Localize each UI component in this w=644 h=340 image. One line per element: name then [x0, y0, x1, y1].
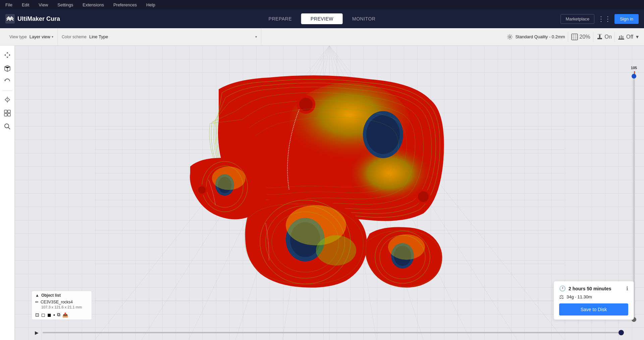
left-toolbar — [0, 46, 15, 340]
search-tool-button[interactable] — [1, 120, 13, 133]
color-scheme-value: Line Type — [89, 34, 108, 39]
view3d-tool-button[interactable] — [1, 62, 13, 75]
move-tool-button[interactable] — [1, 49, 13, 61]
save-to-disk-button[interactable]: Save to Disk — [559, 303, 628, 315]
infill-icon — [571, 33, 578, 41]
weight-icon: ⚖ — [559, 294, 564, 300]
support-value: On — [605, 34, 612, 40]
nav-preview[interactable]: PREVIEW — [301, 13, 343, 24]
color-scheme-section: Color scheme Line Type ▾ — [58, 28, 261, 45]
clock-icon: 🕐 — [559, 285, 566, 292]
timeline-track[interactable] — [43, 332, 624, 333]
main-area: 105 ▶ ▲ Object list ✏ CE3V3SE_rocks4 — [0, 46, 644, 340]
nav-prepare[interactable]: PREPARE — [259, 13, 301, 24]
adhesion-value: Off — [626, 34, 633, 40]
infill-value: 20% — [580, 34, 590, 40]
svg-rect-5 — [597, 34, 602, 35]
menu-file[interactable]: File — [3, 2, 14, 8]
menu-preferences[interactable]: Preferences — [111, 2, 139, 8]
support-button[interactable]: On — [596, 33, 612, 41]
svg-rect-9 — [4, 113, 7, 116]
color-scheme-chevron: ▾ — [255, 35, 257, 39]
toolbar-right: Standard Quality - 0.2mm 20% On — [506, 32, 639, 42]
obj-tool-5[interactable]: ⧉ — [57, 312, 60, 318]
view-type-label: View type — [9, 35, 27, 39]
move-icon — [4, 51, 11, 59]
svg-rect-2 — [572, 34, 578, 40]
object-list-header[interactable]: ▲ Object list — [35, 293, 88, 298]
svg-point-45 — [212, 166, 246, 190]
quality-label: Standard Quality - 0.2mm — [515, 34, 565, 39]
svg-point-44 — [198, 186, 206, 194]
header: UltiMaker Cura PREPARE PREVIEW MONITOR M… — [0, 9, 644, 28]
signin-button[interactable]: Sign in — [614, 14, 639, 24]
layer-slider-thumb-top[interactable] — [632, 74, 636, 79]
menu-edit[interactable]: Edit — [20, 2, 31, 8]
object-dimensions: 107.3 x 121.6 x 21.1 mm — [35, 305, 88, 309]
svg-rect-3 — [597, 38, 602, 39]
model-small-piece-br — [365, 227, 442, 287]
svg-point-1 — [509, 36, 511, 38]
menu-extensions[interactable]: Extensions — [80, 2, 106, 8]
obj-tool-6[interactable]: 📤 — [62, 312, 68, 318]
undo-tool-button[interactable] — [1, 76, 13, 88]
svg-point-33 — [366, 115, 400, 154]
color-scheme-label: Color scheme — [62, 35, 87, 39]
adhesion-button[interactable]: Off — [618, 33, 633, 41]
print-material-row: ⚖ 34g · 11.30m — [559, 294, 628, 300]
view3d-icon — [4, 65, 11, 72]
view-type-value: Layer view — [30, 34, 50, 39]
obj-tool-1[interactable]: ⊡ — [35, 312, 39, 318]
print-time-value: 2 hours 50 minutes — [569, 286, 611, 291]
obj-tool-3[interactable]: ◼ — [47, 312, 51, 318]
play-button[interactable]: ▶ — [35, 330, 39, 335]
obj-tool-2[interactable]: ◻ — [41, 312, 45, 318]
expand-button[interactable]: ▾ — [636, 34, 639, 40]
svg-point-57 — [388, 234, 425, 260]
svg-point-52 — [316, 235, 356, 265]
logo: UltiMaker Cura — [5, 14, 60, 23]
quality-settings-icon — [506, 34, 513, 40]
nav-monitor[interactable]: MONITOR — [343, 13, 385, 24]
menu-help[interactable]: Help — [144, 2, 157, 8]
menu-settings[interactable]: Settings — [55, 2, 75, 8]
mirror-tool-button[interactable] — [1, 94, 13, 106]
timeline-thumb[interactable] — [619, 330, 624, 335]
support-icon — [596, 33, 603, 41]
svg-rect-6 — [618, 39, 624, 40]
apps-grid-icon[interactable]: ⋮⋮ — [598, 15, 611, 23]
viewport[interactable]: 105 ▶ ▲ Object list ✏ CE3V3SE_rocks4 — [15, 46, 644, 340]
group-tool-button[interactable] — [1, 107, 13, 119]
logo-text: UltiMaker Cura — [17, 15, 60, 22]
marketplace-button[interactable]: Marketplace — [560, 14, 594, 24]
header-right: Marketplace ⋮⋮ Sign in — [560, 14, 639, 24]
nav-center: PREPARE PREVIEW MONITOR — [259, 13, 385, 24]
left-toolbar-divider — [2, 91, 12, 91]
infill-button[interactable]: 20% — [571, 33, 590, 41]
obj-tool-4[interactable]: ▪ — [53, 312, 55, 318]
svg-rect-7 — [4, 110, 7, 113]
quality-settings-button[interactable]: Standard Quality - 0.2mm — [506, 34, 565, 40]
model-svg — [15, 46, 644, 340]
svg-point-37 — [418, 191, 429, 202]
layer-max-value: 105 — [631, 66, 637, 70]
edit-icon: ✏ — [35, 300, 39, 304]
menu-bar: File Edit View Settings Extensions Prefe… — [0, 0, 644, 9]
view-type-dropdown[interactable]: Layer view ▾ — [30, 34, 53, 39]
menu-view[interactable]: View — [37, 2, 50, 8]
print-info-button[interactable]: ℹ — [626, 285, 628, 292]
search-icon — [4, 123, 11, 130]
svg-rect-10 — [8, 113, 10, 116]
toolbar-bar: View type Layer view ▾ Color scheme Line… — [0, 28, 644, 46]
mirror-icon — [4, 96, 11, 103]
object-list-item[interactable]: ✏ CE3V3SE_rocks4 — [35, 299, 88, 305]
adhesion-icon — [618, 33, 625, 41]
group-icon — [4, 109, 11, 117]
print-material-value: 34g · 11.30m — [567, 294, 592, 299]
expand-icon: ▾ — [636, 34, 639, 40]
color-scheme-dropdown[interactable]: Line Type ▾ — [89, 34, 257, 39]
svg-point-38 — [266, 154, 278, 166]
svg-rect-8 — [8, 110, 10, 113]
object-list-title: Object list — [41, 293, 61, 298]
object-list-panel: ▲ Object list ✏ CE3V3SE_rocks4 107.3 x 1… — [32, 291, 92, 320]
